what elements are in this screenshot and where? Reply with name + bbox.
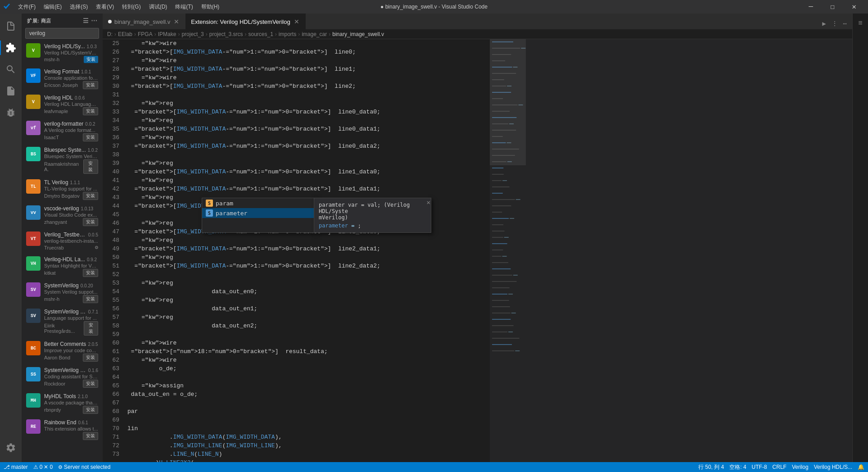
menu-goto[interactable]: 转到(G) [118,2,144,12]
activity-settings[interactable] [0,437,22,458]
ext-installed-badge-5[interactable]: 安装 [83,192,98,200]
ac-close-button[interactable]: ✕ [427,199,430,206]
ext-desc-5: TL-Verilog support for ... [44,186,98,191]
ext-version-12: 0.1.6 [88,368,98,373]
sidebar-header-icons: ☰ ⋯ [83,17,97,24]
status-formatter[interactable]: Verilog HDL/S... [814,464,852,470]
menu-edit[interactable]: 编辑(E) [40,2,65,12]
extension-item-6[interactable]: vvvscode-verilog1.0.13Visual Studio Code… [22,203,103,229]
breadcrumb-filename[interactable]: binary_image_swell.v [332,31,384,37]
breadcrumb-srcs[interactable]: project_3.srcs [209,31,243,37]
ac-item-parameter[interactable]: S parameter [202,208,314,218]
status-right: 行 50, 列 4 空格: 4 UTF-8 CRLF Verilog Veril… [698,463,864,471]
run-button[interactable]: ▶ [820,18,827,29]
ext-installed-badge-12[interactable]: 安装 [83,380,98,388]
warning-icon: ✕ [44,464,48,470]
extension-item-9[interactable]: SVSystemVerilog0.0.20System Verilog supp… [22,280,103,306]
ext-icon-13: MH [26,393,41,408]
activity-debug[interactable] [0,102,22,123]
activity-explorer[interactable] [0,15,22,37]
activity-extensions[interactable] [0,37,22,59]
ext-installed-badge-13[interactable]: 安装 [83,406,98,414]
ext-installed-badge-14[interactable]: 安装 [83,432,98,440]
breadcrumb-d[interactable]: D: [107,31,113,37]
menu-select[interactable]: 选择(S) [66,2,91,12]
tab-extension-verilog[interactable]: Extension: Verilog HDL/SystemVerilog ✕ [185,14,305,29]
status-encoding[interactable]: UTF-8 [752,464,767,470]
tab-close-button[interactable]: ✕ [173,18,180,26]
code-line-48: ="kw">assign [127,381,490,390]
breadcrumb-imports[interactable]: imports [279,31,296,37]
tab-close-ext-button[interactable]: ✕ [293,18,300,26]
ext-version-13: 2.1.0 [78,394,88,399]
menu-file[interactable]: 文件(F) [14,2,39,12]
ext-installed-badge-11[interactable]: 安装 [83,354,98,362]
ac-item-param[interactable]: S param [202,198,314,208]
ext-installed-badge-6[interactable]: 安装 [83,218,98,226]
ext-installed-badge-1[interactable]: 安装 [83,81,98,89]
minimize-button[interactable]: ― [800,0,821,14]
sidebar-more-icon[interactable]: ⋯ [91,17,98,24]
extension-item-1[interactable]: VFVerilog Format1.0.1Console application… [22,66,103,92]
sidebar-list-icon[interactable]: ☰ [83,17,89,24]
ext-install-btn-0[interactable]: 安装 [84,56,98,63]
status-language[interactable]: Verilog [792,464,809,470]
code-editor[interactable]: ="kw">wire ="bracket">[IMG_WIDTH_DATA-="… [123,39,490,462]
ext-desc-3: A Verilog code format... [44,127,98,133]
status-notifications[interactable]: 🔔 [858,464,864,470]
breadcrumb-fpga[interactable]: FPGA [138,31,153,37]
ext-name-4: Bluespec Syste... [44,147,86,153]
line-num-44: 44 [103,202,119,210]
status-errors[interactable]: ⚠ 0 ✕ 0 [33,464,53,470]
status-git[interactable]: ⎇ master [4,464,28,470]
status-eol[interactable]: CRLF [773,464,787,470]
code-line-46: ="kw">wire [127,356,490,364]
menu-help[interactable]: 帮助(H) [198,2,223,12]
ext-installed-badge-9[interactable]: 安装 [83,295,98,303]
extension-item-11[interactable]: BCBetter Comments2.0.5Improve your code … [22,338,103,364]
ext-installed-badge-2[interactable]: 安装 [83,107,98,115]
breadcrumb-sources1[interactable]: sources_1 [248,31,273,37]
split-editor-button[interactable]: ⋮ [830,18,840,29]
menu-terminal[interactable]: 终端(T) [172,2,196,12]
extension-item-7[interactable]: VTVerilog_Testben...0.0.5verilog-testben… [22,229,103,254]
ac-detail-title: paramter var = val; (Verilog HDL/SystemV… [319,202,426,221]
breadcrumb-eelab[interactable]: EElab [118,31,132,37]
close-button[interactable]: ✕ [844,0,864,14]
ext-installed-badge-4[interactable]: 安装 [83,159,98,174]
more-actions-button[interactable]: ⋯ [841,18,849,29]
breadcrumb-project3[interactable]: project_3 [181,31,203,37]
ext-installed-badge-10[interactable]: 安装 [84,321,98,336]
code-content: ="kw">wire ="bracket">[IMG_WIDTH_DATA-="… [127,39,490,462]
ext-installed-badge-3[interactable]: 安装 [83,133,98,141]
extension-item-13[interactable]: MHMyHDL Tools2.1.0A vscode package that … [22,390,103,417]
line-num-47: 47 [103,227,119,236]
ext-installed-badge-8[interactable]: 安装 [83,269,98,277]
tab-binary-image-swell[interactable]: binary_image_swell.v ✕ [103,14,185,29]
menu-debug[interactable]: 调试(D) [145,2,171,12]
ext-gear-7[interactable]: ⚙ [95,244,98,251]
extension-item-2[interactable]: VVerilog HDL0.0.6Verilog HDL Language ..… [22,92,103,118]
extension-item-5[interactable]: TLTL Verilog1.1.1TL-Verilog support for … [22,177,103,203]
extension-item-10[interactable]: SVSystemVerilog -...0.7.1Language suppor… [22,306,103,338]
search-input[interactable] [25,28,99,39]
activity-git[interactable] [0,80,22,102]
status-cursor[interactable]: 行 50, 列 4 [698,463,724,471]
menu-view[interactable]: 查看(V) [92,2,118,12]
ext-author-1: Ericson Joseph [44,82,78,88]
status-server[interactable]: ⚙ Server not selected [58,464,110,470]
extension-item-0[interactable]: VVerilog HDL/Sy...1.0.3Verilog HDL/Syste… [22,41,103,66]
line-num-38: 38 [103,150,119,159]
line-num-42: 42 [103,185,119,193]
extension-item-14[interactable]: RERainbow End0.6.1This extension allows … [22,417,103,443]
right-panel-toggle[interactable]: ≡ [854,17,867,30]
activity-search[interactable] [0,59,22,80]
extension-item-4[interactable]: BSBluespec Syste...1.0.2Bluespec System … [22,144,103,177]
extension-item-8[interactable]: VHVerilog-HDL La...0.9.2Syntax Highlight… [22,254,103,280]
extension-item-12[interactable]: SSSystemVerilog S...0.1.6Coding assistan… [22,364,103,390]
breadcrumb-ipmake[interactable]: IPMake [158,31,176,37]
status-spaces[interactable]: 空格: 4 [729,463,746,471]
maximize-button[interactable]: ☐ [822,0,843,14]
extension-item-3[interactable]: vfverilog-formatter0.0.2A Verilog code f… [22,118,103,144]
breadcrumb-imagecar[interactable]: image_car [302,31,327,37]
